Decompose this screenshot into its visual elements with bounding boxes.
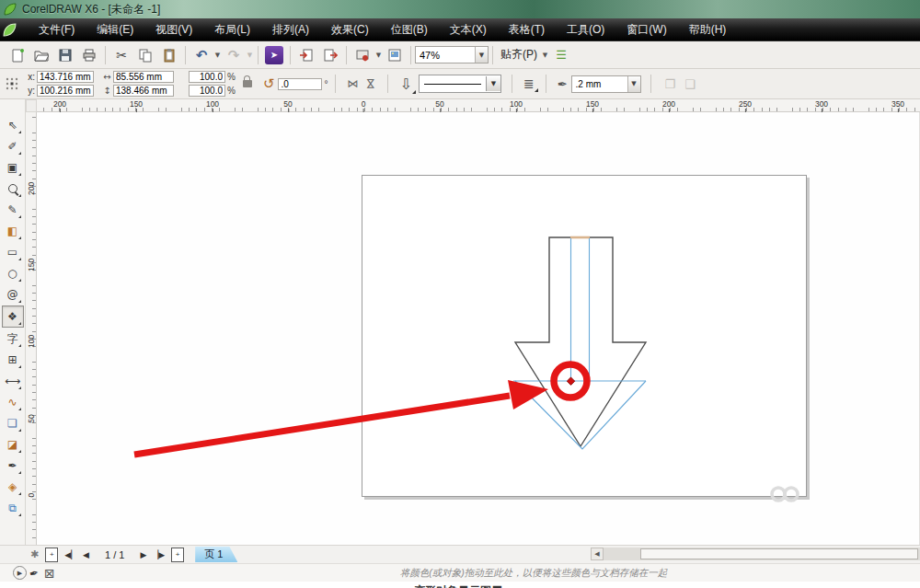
menu-effects[interactable]: 效果(C): [320, 18, 380, 41]
redo-dropdown[interactable]: ▼: [246, 52, 254, 59]
menu-tools[interactable]: 工具(O): [556, 18, 615, 41]
previous-page-button[interactable]: ◀: [83, 550, 89, 559]
y-position-field[interactable]: [37, 85, 94, 97]
outline-style-dropdown[interactable]: ▼: [419, 75, 501, 93]
scrollbar-track[interactable]: [604, 548, 920, 560]
ruler-origin-corner[interactable]: [26, 99, 37, 112]
transparency-tool[interactable]: ◪: [3, 434, 23, 455]
copy-button[interactable]: [134, 44, 156, 66]
menu-help[interactable]: 帮助(H): [678, 18, 738, 41]
wrap-text-button[interactable]: ≣: [523, 76, 535, 91]
freehand-tool[interactable]: ✎: [3, 200, 23, 220]
fill-tool[interactable]: ◈: [3, 477, 23, 497]
crop-tool[interactable]: ▣: [3, 157, 23, 178]
to-back-button-disabled[interactable]: ❑: [684, 77, 696, 91]
welcome-screen-button[interactable]: [384, 44, 406, 66]
menu-view[interactable]: 视图(V): [144, 18, 203, 41]
menu-file[interactable]: 文件(F): [28, 18, 86, 41]
import-button[interactable]: [295, 44, 317, 66]
page-tab[interactable]: 页 1: [195, 547, 237, 562]
outline-width-input[interactable]: [572, 76, 627, 92]
pick-tool[interactable]: ⇖: [3, 115, 23, 135]
scale-y-field[interactable]: [189, 85, 225, 97]
x-position-field[interactable]: [37, 71, 94, 83]
standard-toolbar: ✂ ↶ ▼ ↷ ▼ ➤ ▼ ▼ 贴: [0, 41, 920, 69]
redo-button[interactable]: ↷: [223, 44, 245, 66]
undo-dropdown[interactable]: ▼: [213, 52, 222, 59]
snap-dropdown[interactable]: ▼: [541, 52, 549, 59]
to-front-button-disabled[interactable]: ❐: [665, 77, 676, 91]
perfect-shape-button[interactable]: ⇩: [399, 75, 411, 93]
new-document-button[interactable]: [6, 44, 29, 66]
paste-button[interactable]: [158, 44, 180, 66]
menu-window[interactable]: 窗口(W): [615, 18, 677, 41]
last-page-button[interactable]: ▕▶: [152, 550, 165, 559]
mirror-vertical-button[interactable]: ⋈: [364, 78, 377, 89]
scroll-left-button[interactable]: ◀: [591, 548, 604, 560]
interactive-fill-tool[interactable]: ⧉: [3, 498, 23, 518]
connector-tool[interactable]: ∿: [3, 392, 23, 412]
coreldraw-window: CorelDRAW X6 - [未命名 -1] 文件(F)编辑(E)视图(V)布…: [0, 0, 920, 588]
dimension-tool[interactable]: ⟷: [3, 371, 23, 391]
eyedropper-tool[interactable]: ✒: [3, 455, 23, 476]
outline-pen-indicator-icon: ✒: [28, 565, 40, 580]
zoom-dropdown-button[interactable]: ▼: [475, 47, 488, 63]
mirror-horizontal-button[interactable]: ⋈: [347, 77, 358, 90]
ruler-top-label: 100: [510, 99, 523, 109]
first-page-button[interactable]: ◀▏: [64, 550, 77, 559]
options-button[interactable]: ☰: [550, 44, 572, 66]
menu-items: 文件(F)编辑(E)视图(V)布局(L)排列(A)效果(C)位图(B)文本(X)…: [28, 18, 737, 41]
shape-tool[interactable]: ✐: [3, 136, 23, 156]
zoom-level-input[interactable]: [416, 47, 475, 63]
add-page-button-right[interactable]: +: [171, 548, 184, 562]
search-content-button[interactable]: ➤: [263, 44, 285, 66]
export-button[interactable]: [319, 44, 341, 66]
transparency-tool-icon: ◪: [7, 439, 17, 450]
document-leaf-icon[interactable]: [3, 23, 17, 37]
toolbox: ⇖✐▣✎◧▭○@❖字⊞⟷∿❏◪✒◈⧉: [0, 99, 26, 545]
scrollbar-thumb[interactable]: [640, 548, 918, 559]
page-counter: 1 / 1: [105, 549, 124, 560]
open-button[interactable]: [30, 44, 52, 66]
launcher-dropdown[interactable]: ▼: [374, 52, 383, 59]
outline-width-dropdown[interactable]: ▼: [627, 76, 640, 92]
menu-arrange[interactable]: 排列(A): [261, 18, 320, 41]
zoom-level-combo: ▼: [415, 46, 489, 63]
menu-edit[interactable]: 编辑(E): [86, 18, 144, 41]
next-page-button[interactable]: ▶: [140, 550, 146, 559]
ruler-left: 200150100500: [26, 112, 37, 545]
rotation-angle-field[interactable]: [278, 78, 322, 90]
object-height-field[interactable]: [113, 85, 174, 97]
property-bar: x: y: ↔ ↕ % % ↺ ° ⋈ ⋈ ⇩ ▼: [0, 69, 920, 99]
drawing-canvas[interactable]: [37, 112, 920, 545]
lock-ratio-button[interactable]: [243, 80, 252, 87]
scale-x-field[interactable]: [189, 71, 225, 83]
line-style-dropdown-button[interactable]: ▼: [486, 76, 500, 91]
menu-layout[interactable]: 布局(L): [203, 18, 261, 41]
rectangle-tool[interactable]: ▭: [3, 242, 23, 262]
rectangle-tool-icon: ▭: [7, 247, 17, 258]
polygon-tool[interactable]: @: [3, 284, 23, 305]
snap-to-button[interactable]: 贴齐(P): [497, 45, 541, 64]
page-sorter-icon[interactable]: ✱: [30, 548, 39, 560]
text-tool[interactable]: 字: [3, 329, 23, 349]
save-button[interactable]: [54, 44, 76, 66]
undo-button[interactable]: ↶: [190, 44, 213, 66]
ellipse-tool[interactable]: ○: [3, 263, 23, 283]
basic-shapes-tool[interactable]: ❖: [2, 306, 24, 328]
print-button[interactable]: [78, 44, 100, 66]
table-tool[interactable]: ⊞: [3, 350, 23, 370]
expand-button[interactable]: ▶: [13, 566, 27, 580]
drop-shadow-tool[interactable]: ❏: [3, 413, 23, 433]
add-page-button-left[interactable]: +: [45, 548, 58, 562]
drop-shadow-tool-icon: ❏: [7, 418, 17, 429]
smart-fill-tool[interactable]: ◧: [3, 221, 23, 241]
menu-table[interactable]: 表格(T): [498, 18, 556, 41]
zoom-tool[interactable]: [3, 179, 23, 199]
menu-text[interactable]: 文本(X): [439, 18, 498, 41]
menu-bitmaps[interactable]: 位图(B): [380, 18, 439, 41]
cut-button[interactable]: ✂: [110, 44, 132, 66]
object-width-field[interactable]: [113, 71, 174, 83]
line-style-preview: [424, 84, 481, 85]
application-launcher-button[interactable]: [351, 44, 374, 66]
